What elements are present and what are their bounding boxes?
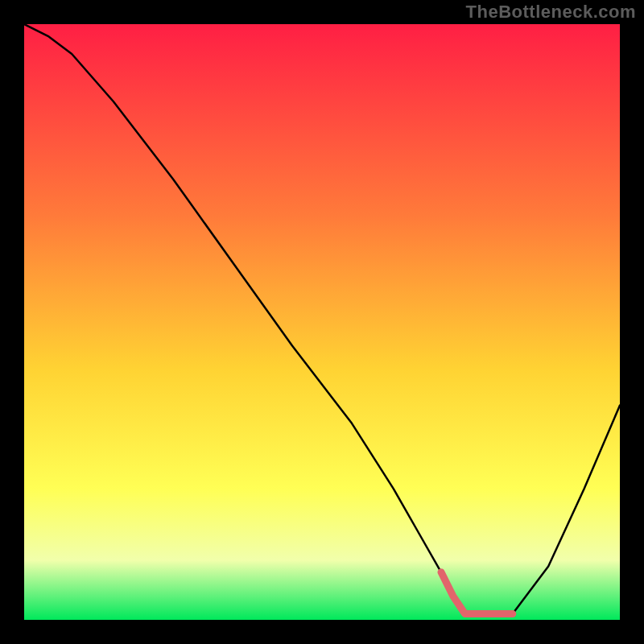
chart-frame: TheBottleneck.com: [0, 0, 644, 644]
plot-area: [24, 24, 620, 620]
gradient-rect: [24, 24, 620, 620]
chart-svg: [24, 24, 620, 620]
watermark-text: TheBottleneck.com: [466, 2, 636, 23]
